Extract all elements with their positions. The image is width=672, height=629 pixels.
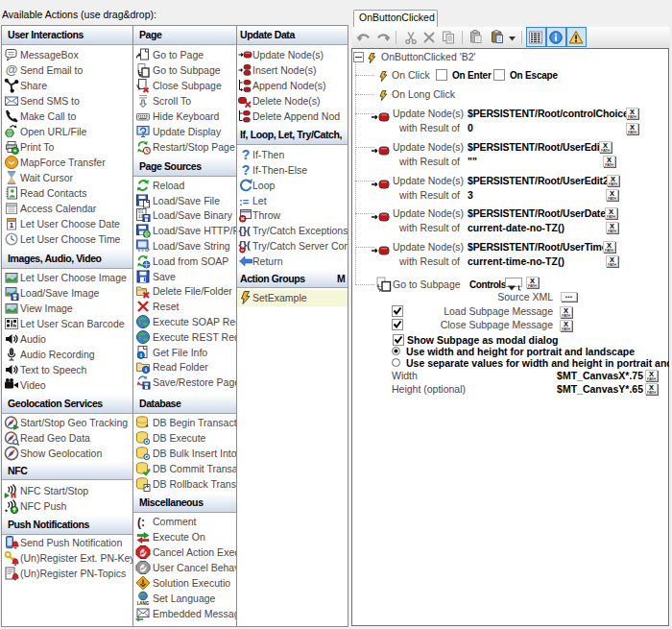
svg-text:@: @	[6, 62, 18, 77]
svg-text:1: 1	[10, 221, 14, 230]
svg-text:i: i	[140, 351, 142, 358]
svg-text:*: *	[145, 423, 149, 430]
svg-text:?: ?	[242, 162, 251, 178]
svg-text::=: :=	[239, 196, 249, 207]
svg-text:{}(: {}(	[239, 225, 252, 236]
svg-text:?: ?	[242, 147, 251, 162]
svg-text:(:: (:	[137, 516, 145, 529]
svg-text:i: i	[145, 366, 147, 373]
